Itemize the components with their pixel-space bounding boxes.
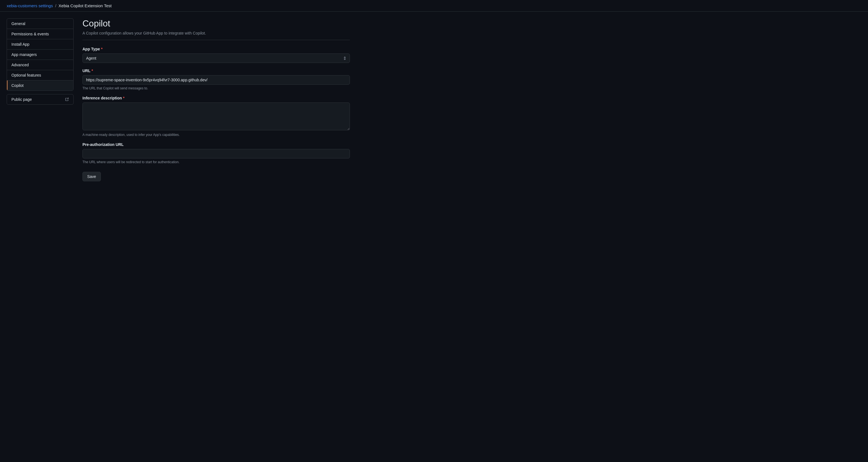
sidebar-secondary-group: Public page	[7, 94, 73, 105]
sidebar-item-advanced[interactable]: Advanced	[7, 60, 73, 70]
sidebar-item-optional-features-label: Optional features	[11, 73, 41, 78]
sidebar-item-app-managers-label: App managers	[11, 52, 37, 57]
pre-auth-url-group: Pre-authorization URL The URL where user…	[83, 142, 350, 164]
pre-auth-url-hint: The URL where users will be redirected t…	[83, 160, 350, 164]
app-type-required: *	[101, 47, 102, 51]
sidebar-item-optional-features[interactable]: Optional features	[7, 70, 73, 81]
save-button[interactable]: Save	[83, 172, 101, 181]
inference-description-textarea[interactable]	[83, 102, 350, 130]
sidebar-item-general[interactable]: General	[7, 19, 73, 29]
inference-description-label: Inference description *	[83, 96, 350, 100]
breadcrumb-current: Xebia Copilot Extension Test	[59, 3, 112, 8]
breadcrumb-link[interactable]: xebia-customers settings	[7, 3, 53, 8]
page-description: A Copilot configuration allows your GitH…	[83, 31, 350, 35]
sidebar-item-advanced-label: Advanced	[11, 63, 29, 67]
inference-description-group: Inference description * A machine-ready …	[83, 96, 350, 137]
pre-auth-url-input[interactable]	[83, 149, 350, 158]
app-type-select[interactable]: Agent Skill	[83, 54, 350, 63]
page-title: Copilot	[83, 19, 350, 29]
sidebar-item-public-page[interactable]: Public page	[7, 94, 73, 104]
sidebar-item-permissions-events[interactable]: Permissions & events	[7, 29, 73, 39]
sidebar: General Permissions & events Install App…	[7, 19, 73, 181]
sidebar-main-group: General Permissions & events Install App…	[7, 19, 73, 91]
pre-auth-url-label: Pre-authorization URL	[83, 142, 350, 147]
sidebar-item-permissions-events-label: Permissions & events	[11, 32, 49, 36]
content-area: Copilot A Copilot configuration allows y…	[83, 19, 350, 181]
app-type-select-wrapper: Agent Skill ⇕	[83, 54, 350, 63]
sidebar-item-general-label: General	[11, 22, 25, 26]
top-bar: xebia-customers settings / Xebia Copilot…	[0, 0, 868, 12]
external-link-icon	[65, 97, 69, 101]
url-label: URL *	[83, 68, 350, 73]
inference-description-required: *	[123, 96, 124, 100]
url-input[interactable]	[83, 75, 350, 85]
sidebar-item-app-managers[interactable]: App managers	[7, 50, 73, 60]
inference-description-hint: A machine-ready description, used to inf…	[83, 133, 350, 137]
section-divider	[83, 40, 350, 40]
main-container: General Permissions & events Install App…	[0, 12, 390, 188]
breadcrumb-separator: /	[55, 3, 56, 8]
sidebar-item-copilot[interactable]: Copilot	[7, 81, 73, 91]
url-required: *	[91, 68, 93, 73]
sidebar-item-public-page-label: Public page	[11, 97, 32, 102]
url-hint: The URL that Copilot will send messages …	[83, 86, 350, 90]
app-type-group: App Type * Agent Skill ⇕	[83, 47, 350, 63]
app-type-label: App Type *	[83, 47, 350, 51]
sidebar-item-copilot-label: Copilot	[11, 83, 24, 88]
sidebar-item-install-app[interactable]: Install App	[7, 39, 73, 50]
url-group: URL * The URL that Copilot will send mes…	[83, 68, 350, 90]
sidebar-item-install-app-label: Install App	[11, 42, 30, 47]
